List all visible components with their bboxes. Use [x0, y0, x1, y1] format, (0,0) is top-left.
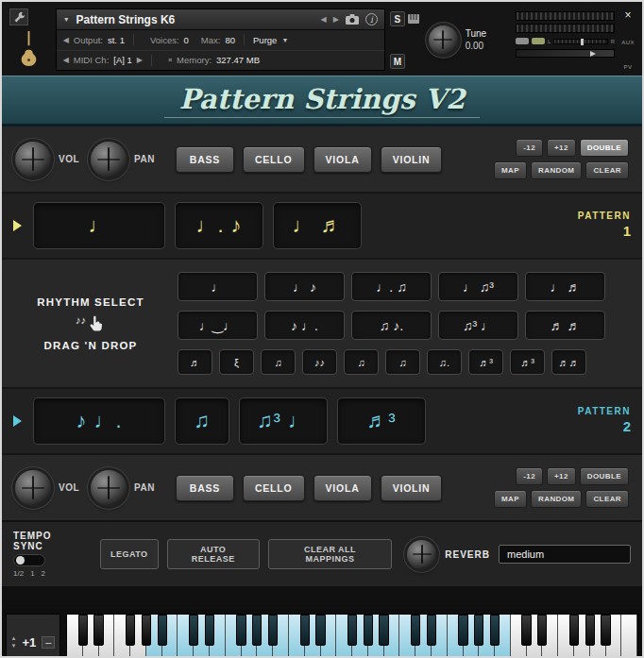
output-prev-icon[interactable]: ◀	[63, 36, 69, 44]
pan-slider[interactable]	[553, 39, 607, 44]
pattern1-instrument-viola[interactable]: VIOLA	[314, 146, 372, 173]
pattern2-btn-plus-12[interactable]: +12	[547, 467, 576, 485]
pattern1-volume-knob[interactable]	[15, 142, 51, 177]
pattern1-btn-plus-12[interactable]: +12	[547, 139, 576, 157]
pattern1-slot-half-note[interactable]: ♩	[33, 202, 165, 249]
solo-button[interactable]: S	[390, 11, 405, 26]
tempo-sync-toggle[interactable]	[13, 554, 45, 566]
prev-instrument-icon[interactable]: ◀	[321, 15, 327, 24]
black-key[interactable]	[411, 615, 420, 646]
rhythm-cell-dotted-quarter-pair[interactable]: ♩. ♫	[351, 272, 432, 301]
black-key[interactable]	[158, 615, 167, 646]
pattern2-play-icon[interactable]	[13, 415, 22, 427]
black-key[interactable]	[521, 615, 531, 646]
pattern2-slot-triplet-sixteenths[interactable]: ♬³	[337, 397, 426, 445]
pattern2-slot-eighth-dotted-quarter[interactable]: ♪ ♩.	[33, 397, 165, 445]
black-key[interactable]	[537, 615, 547, 646]
rhythm-cell-pair-dotted-eighth[interactable]: ♫ ♪.	[351, 311, 432, 340]
rhythm-cell-sixteenth-groups[interactable]: ♬ ♬	[525, 311, 605, 340]
rhythm-cell-quarter-triplet[interactable]: ♩ ♫³	[438, 272, 518, 301]
pattern1-btn-clear[interactable]: CLEAR	[585, 161, 629, 179]
pattern1-slot-dotted-quarter-eighth[interactable]: ♩. ♪	[175, 202, 263, 249]
volume-fader-handle[interactable]	[590, 51, 596, 57]
pattern1-instrument-bass[interactable]: BASS	[176, 146, 234, 173]
pattern2-slot-triplet-quarter[interactable]: ♫³ ♩	[239, 397, 328, 445]
reverb-preset-select[interactable]: medium	[499, 545, 631, 564]
pattern2-instrument-bass[interactable]: BASS	[176, 475, 234, 501]
footer-btn-auto-release[interactable]: AUTO RELEASE	[167, 539, 260, 569]
toggle-handle[interactable]	[16, 556, 25, 565]
pattern1-pan-knob[interactable]	[91, 142, 127, 177]
pattern2-instrument-violin[interactable]: VIOLIN	[381, 475, 443, 501]
purge-dropdown-icon[interactable]: ▼	[281, 37, 288, 43]
pattern2-slot-eighth-pair[interactable]: ♫	[175, 397, 229, 445]
keyboard-icon[interactable]	[408, 10, 419, 27]
black-key[interactable]	[205, 615, 214, 646]
pattern1-instrument-violin[interactable]: VIOLIN	[381, 146, 443, 173]
black-key[interactable]	[347, 615, 357, 646]
octave-arrows-icon[interactable]: ▲ ▼	[11, 635, 17, 649]
black-key[interactable]	[585, 615, 595, 646]
purge-menu[interactable]: Purge	[253, 35, 277, 45]
mute-button[interactable]: M	[390, 54, 405, 69]
rhythm-cell-quarter-rest[interactable]: ξ	[219, 349, 254, 375]
info-icon[interactable]: i	[365, 13, 378, 25]
rhythm-cell-triplet-b[interactable]: ♬³	[510, 349, 545, 375]
rhythm-cell-quarter-eighth[interactable]: ♩ ♪	[264, 272, 345, 301]
snapshot-camera-icon[interactable]	[346, 11, 359, 28]
footer-btn-legato[interactable]: LEGATO	[100, 539, 159, 569]
black-key[interactable]	[93, 615, 103, 646]
pattern2-instrument-cello[interactable]: CELLO	[243, 475, 305, 501]
black-key[interactable]	[126, 615, 135, 646]
reverb-knob[interactable]	[407, 540, 436, 569]
black-key[interactable]	[427, 615, 436, 646]
aux-toggle[interactable]: AUX	[621, 40, 635, 45]
pattern2-volume-knob[interactable]	[15, 470, 51, 506]
black-key[interactable]	[300, 615, 310, 646]
black-key[interactable]	[601, 615, 610, 646]
pattern2-btn-minus-12[interactable]: -12	[516, 467, 543, 485]
octave-down-icon[interactable]: ▼	[11, 643, 17, 650]
black-key[interactable]	[236, 615, 246, 646]
rhythm-cell-eighth-pair-b[interactable]: ♫	[344, 349, 379, 375]
tune-knob[interactable]	[429, 25, 458, 55]
footer-btn-clear-all-mappings[interactable]: CLEAR ALL MAPPINGS	[268, 539, 393, 569]
black-key[interactable]	[142, 615, 151, 646]
keyboard-size-handle[interactable]: –	[42, 636, 55, 649]
pattern2-instrument-viola[interactable]: VIOLA	[314, 475, 372, 501]
rhythm-cell-eighth-pair-c[interactable]: ♫	[385, 349, 420, 375]
rhythm-cell-triplet-quarter[interactable]: ♫³ ♩	[438, 311, 518, 340]
black-key[interactable]	[490, 615, 500, 646]
rhythm-cell-eighth-pair-a[interactable]: ♫	[261, 349, 296, 375]
black-key[interactable]	[78, 615, 88, 646]
pattern1-instrument-cello[interactable]: CELLO	[243, 146, 305, 173]
black-key[interactable]	[189, 615, 198, 646]
instrument-menu-icon[interactable]: ▼	[63, 16, 70, 23]
rhythm-cell-quarter-four-sixteenths[interactable]: ♩ ♬	[525, 272, 605, 301]
next-instrument-icon[interactable]: ▶	[333, 15, 339, 24]
output-value[interactable]: st. 1	[108, 35, 125, 45]
close-icon[interactable]: ×	[625, 9, 632, 21]
black-key[interactable]	[458, 615, 467, 646]
black-key[interactable]	[364, 615, 373, 646]
pattern1-btn-minus-12[interactable]: -12	[516, 139, 543, 157]
black-key[interactable]	[379, 615, 388, 646]
black-key[interactable]	[268, 615, 278, 646]
black-key[interactable]	[569, 615, 579, 646]
pattern1-btn-double[interactable]: DOUBLE	[580, 139, 629, 157]
rhythm-cell-tied-quarters[interactable]: ♩‿♩	[178, 311, 258, 340]
rhythm-cell-eighth-eighth[interactable]: ♪♪	[302, 349, 337, 375]
rhythm-cell-double-sixteenths[interactable]: ♬♬	[551, 349, 586, 375]
pan-slider-handle[interactable]	[581, 39, 584, 45]
instrument-title[interactable]: Pattern Strings K6	[76, 13, 176, 26]
midi-channel-value[interactable]: [A] 1	[113, 55, 132, 65]
rhythm-cell-dotted-pair[interactable]: ♫.	[427, 349, 462, 375]
pattern2-btn-double[interactable]: DOUBLE	[580, 467, 629, 485]
pattern1-slot-quarter-sixteenths[interactable]: ♩ ♬	[273, 202, 362, 249]
pv-toggle[interactable]: PV	[624, 64, 633, 70]
rhythm-cell-quarter[interactable]: ♩	[178, 272, 258, 301]
pattern2-btn-map[interactable]: MAP	[494, 490, 527, 508]
pattern1-btn-map[interactable]: MAP	[494, 161, 527, 179]
rhythm-cell-eighth-dotted-quarter[interactable]: ♪ ♩.	[264, 311, 345, 340]
wrench-icon[interactable]	[9, 8, 28, 25]
